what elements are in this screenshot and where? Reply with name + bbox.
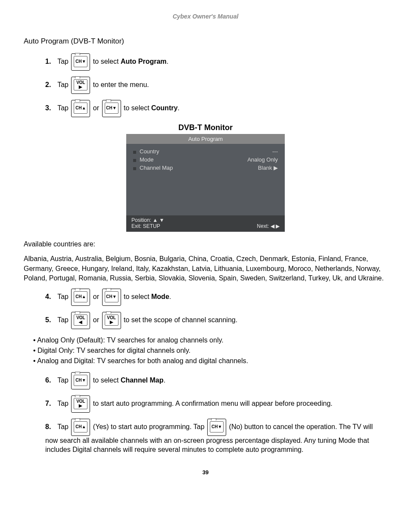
- screen-row: ModeAnalog Only: [133, 156, 278, 164]
- screen-footer: Position: ▲ ▼ Exit: SETUPNext: ◀ ▶: [126, 215, 285, 232]
- available-countries-label: Available countries are:: [24, 240, 387, 249]
- bold-term: Auto Program: [121, 58, 167, 65]
- text: .: [169, 293, 171, 300]
- text: .: [167, 58, 168, 65]
- text: Tap: [57, 81, 70, 88]
- text: Tap: [57, 316, 70, 324]
- text: Tap: [57, 104, 70, 112]
- text: Tap: [57, 423, 70, 430]
- text: to select: [93, 376, 121, 384]
- text: to enter the menu.: [93, 81, 149, 88]
- ch-down-icon: CH▼: [102, 289, 121, 306]
- step-number: 8.: [45, 422, 56, 432]
- text: Tap: [57, 293, 70, 300]
- ch-down-icon: CH▼: [207, 419, 226, 436]
- vol-left-icon: VOL◀: [71, 312, 90, 329]
- ch-down-icon: CH▼: [71, 53, 90, 71]
- screen-row: Country---: [133, 147, 278, 156]
- step-7: 7. Tap VOL▶ to start auto programming. A…: [45, 395, 387, 413]
- step-6: 6. Tap CH▼ to select Channel Map.: [45, 372, 387, 389]
- ch-up-icon: CH▲: [71, 419, 90, 436]
- screen-header: Auto Program: [126, 134, 285, 144]
- text: Tap: [57, 58, 70, 65]
- page-number: 39: [24, 469, 387, 476]
- step-1: 1. Tap CH▼ to select Auto Program.: [45, 53, 387, 71]
- text: Tap: [57, 376, 70, 384]
- bold-term: Country: [151, 104, 177, 112]
- text: .: [177, 104, 179, 112]
- list-item: Digital Only: TV searches for digital ch…: [33, 345, 387, 356]
- step-8: 8. Tap CH▲ (Yes) to start auto programmi…: [45, 419, 387, 454]
- text: or: [93, 293, 101, 300]
- list-item: Analog and Digital: TV searches for both…: [33, 356, 387, 366]
- text: to select: [93, 58, 121, 65]
- step-number: 6.: [45, 376, 56, 385]
- step-number: 7.: [45, 399, 56, 408]
- screen-row: Channel MapBlank ▶: [133, 164, 278, 172]
- step-number: 2.: [45, 80, 56, 90]
- ch-up-icon: CH▲: [71, 289, 90, 306]
- ch-up-icon: CH▲: [71, 100, 90, 117]
- vol-right-icon: VOL▶: [102, 312, 121, 329]
- screen-title: DVB-T Monitor: [24, 123, 387, 132]
- vol-right-icon: VOL▶: [71, 77, 90, 94]
- text: or: [93, 104, 101, 112]
- step-4: 4. Tap CH▲ or CH▼ to select Mode.: [45, 289, 387, 306]
- section-title: Auto Program (DVB-T Monitor): [24, 37, 387, 46]
- vol-right-icon: VOL▶: [71, 395, 90, 413]
- step-number: 4.: [45, 292, 56, 302]
- list-item: Analog Only (Default): TV searches for a…: [33, 335, 387, 345]
- text: to select: [124, 104, 151, 112]
- step-number: 5.: [45, 315, 56, 325]
- countries-list: Albania, Austria, Australia, Belgium, Bo…: [24, 254, 387, 283]
- step-2: 2. Tap VOL▶ to enter the menu.: [45, 77, 387, 94]
- scan-modes-list: Analog Only (Default): TV searches for a…: [24, 335, 387, 366]
- text: to set the scope of channel scanning.: [124, 316, 237, 324]
- step-5: 5. Tap VOL◀ or VOL▶ to set the scope of …: [45, 312, 387, 329]
- text: to select: [124, 293, 151, 300]
- step-number: 1.: [45, 57, 56, 66]
- step-3: 3. Tap CH▲ or CH▼ to select Country.: [45, 100, 387, 117]
- screen-body: Country--- ModeAnalog Only Channel MapBl…: [126, 144, 285, 215]
- monitor-screenshot: DVB-T Monitor Auto Program Country--- Mo…: [24, 123, 387, 232]
- ch-down-icon: CH▼: [102, 100, 121, 117]
- text: (Yes) to start auto programming. Tap: [93, 423, 206, 430]
- ch-down-icon: CH▼: [71, 372, 90, 389]
- page-header: Cybex Owner's Manual: [24, 13, 387, 20]
- bold-term: Mode: [151, 293, 169, 300]
- step-number: 3.: [45, 103, 56, 113]
- text: to start auto programming. A confirmatio…: [93, 400, 333, 407]
- text: or: [93, 316, 101, 324]
- text: .: [163, 376, 165, 384]
- bold-term: Channel Map: [121, 376, 164, 384]
- text: Tap: [57, 400, 70, 407]
